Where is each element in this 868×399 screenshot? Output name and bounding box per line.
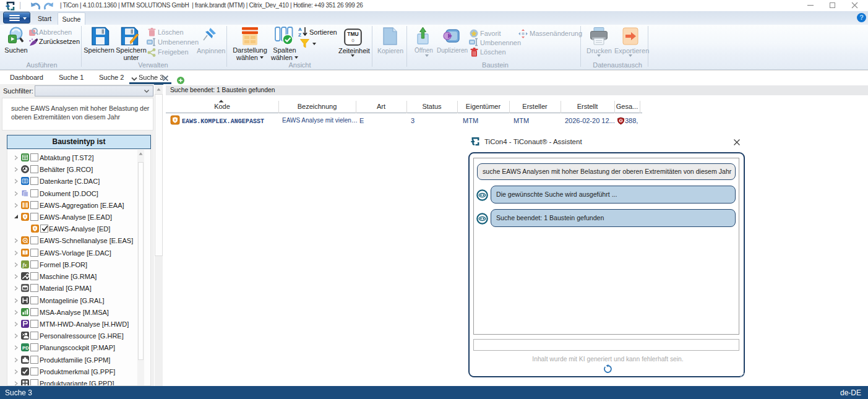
svg-text:0: 0 [351,38,355,43]
svg-text:fx: fx [22,262,27,268]
svg-text:PD: PD [22,345,29,351]
svg-text:TMU: TMU [347,31,358,37]
svg-text:Z: Z [298,32,301,38]
